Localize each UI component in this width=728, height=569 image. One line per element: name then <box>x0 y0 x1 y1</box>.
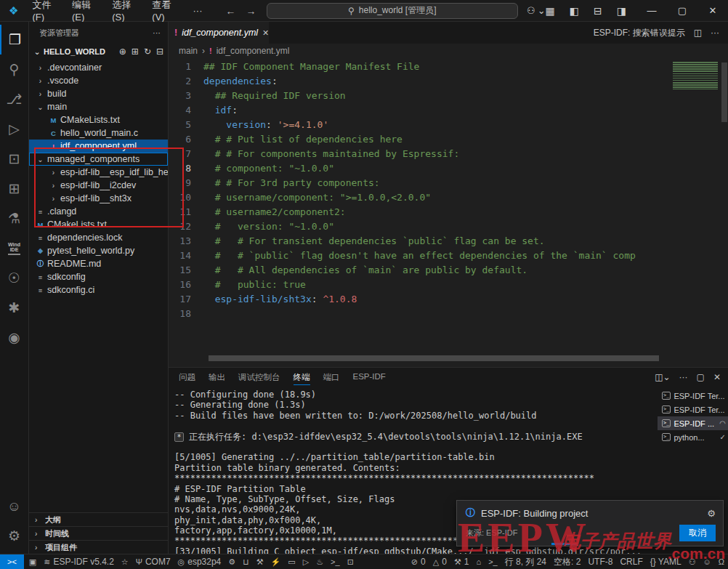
sidebar-section-大纲[interactable]: ›大纲 <box>29 512 168 526</box>
esp-idf-explorer-icon[interactable]: ◉ <box>0 323 29 352</box>
flash-icon[interactable]: ⚡ <box>267 554 285 569</box>
feedback-icon[interactable]: ☺ <box>700 554 715 569</box>
menu-item[interactable]: 文件(F) <box>25 0 65 23</box>
maximize-button[interactable]: ▢ <box>667 0 697 22</box>
settings-icon[interactable]: ⚙ <box>225 554 239 569</box>
menubar-more[interactable]: ··· <box>186 5 210 16</box>
code-line[interactable]: 13 # # For transient dependencies `publi… <box>169 234 728 249</box>
panel-tab[interactable]: 端口 <box>323 368 340 387</box>
terminal-list-item[interactable]: >_python...✓ <box>658 430 728 444</box>
search-icon[interactable]: ⚲ <box>0 55 29 84</box>
code-line[interactable]: 15 # # All dependencies of `main` are pu… <box>169 263 728 278</box>
tree-item[interactable]: ⌄main <box>29 100 168 113</box>
tree-item[interactable]: ›esp-idf-lib__i2cdev <box>29 179 168 192</box>
panel-tab[interactable]: 问题 <box>179 368 195 387</box>
panel-tab[interactable]: 终端 <box>294 368 310 387</box>
cursor-position[interactable]: 行 8, 列 24 <box>501 554 550 569</box>
accounts-icon[interactable]: ☺ <box>0 491 29 521</box>
minimap[interactable] <box>673 62 718 89</box>
tab-idf-component-yml[interactable]: ! idf_component.yml ✕ <box>169 22 269 44</box>
code-line[interactable]: 16 # public: true <box>169 278 728 292</box>
menu-item[interactable]: 选择(S) <box>105 0 145 23</box>
eol-sequence[interactable]: CRLF <box>616 554 646 569</box>
breadcrumb-file[interactable]: idf_component.yml <box>217 46 290 56</box>
panel-tab[interactable]: 调试控制台 <box>238 368 280 387</box>
tree-item[interactable]: ›build <box>29 87 168 100</box>
code-line[interactable]: 14 # # `public` flag doesn't have an eff… <box>169 249 728 263</box>
refresh-icon[interactable]: ↻ <box>144 47 151 57</box>
tree-item[interactable]: ≡dependencies.lock <box>29 231 168 244</box>
debug-icon[interactable]: ▷ <box>299 554 312 569</box>
code-line[interactable]: 10 # username/component: ">=1.0.0,<2.0.0… <box>169 190 728 205</box>
menu-item[interactable]: 查看(V) <box>145 0 185 23</box>
settings-gear-icon[interactable]: ⚙ <box>0 521 29 551</box>
horizontal-scrollbar[interactable] <box>209 355 659 361</box>
remote-indicator[interactable]: >< <box>0 554 24 569</box>
terminal-list-item[interactable]: >_ESP-IDF Ter... <box>658 403 728 416</box>
sidebar-more-icon[interactable]: ··· <box>153 28 161 37</box>
wind-ide-icon[interactable]: WindIDE <box>0 233 29 263</box>
vertical-scrollbar[interactable] <box>721 62 727 122</box>
customize-layout-icon[interactable]: ▦ <box>546 5 555 17</box>
terminal-list-item[interactable]: >_ESP-IDF Ter... <box>658 389 728 403</box>
bug-assistant-icon[interactable]: ☉ <box>0 263 29 293</box>
code-line[interactable]: 2dependencies: <box>169 74 728 89</box>
star-icon[interactable]: ☆ <box>118 554 132 569</box>
code-line[interactable]: 5 version: '>=4.1.0' <box>169 118 728 132</box>
close-icon[interactable]: ✕ <box>262 28 269 38</box>
code-line[interactable]: 6 # # Put list of dependencies here <box>169 132 728 147</box>
panel-layout-icon[interactable]: ◫⌄ <box>655 372 670 382</box>
encoding[interactable]: UTF-8 <box>584 554 616 569</box>
explorer-icon[interactable]: ❐ <box>0 25 29 55</box>
panel-tab[interactable]: 输出 <box>209 368 225 387</box>
tree-item[interactable]: ›.vscode <box>29 74 168 87</box>
editor-more-icon[interactable]: ··· <box>711 28 719 38</box>
code-line[interactable]: 17 esp-idf-lib/sht3x: ^1.0.8 <box>169 292 728 307</box>
copilot-status-icon[interactable]: ⚇ <box>685 554 700 569</box>
home-icon[interactable]: ⌂ <box>472 554 485 569</box>
code-line[interactable]: 1## IDF Component Manager Manifest File <box>169 60 728 74</box>
code-line[interactable]: 11 # username2/component2: <box>169 205 728 219</box>
tree-item[interactable]: ›esp-idf-lib__esp_idf_lib_helpers <box>29 166 168 179</box>
indentation[interactable]: 空格: 2 <box>550 554 584 569</box>
code-line[interactable]: 12 # version: "~1.0.0" <box>169 219 728 234</box>
tree-item[interactable]: ≡sdkconfig.ci <box>29 283 168 296</box>
toggle-primary-sidebar-icon[interactable]: ◧ <box>570 5 579 17</box>
code-line[interactable]: 7 # # For components maintained by Espre… <box>169 147 728 161</box>
notification-settings-icon[interactable]: ⚙ <box>707 508 716 519</box>
tree-item[interactable]: ⌄managed_components <box>29 153 168 166</box>
esp-idf-version[interactable]: ≋ESP-IDF v5.4.2 <box>40 554 118 569</box>
code-editor[interactable]: 1## IDF Component Manager Manifest File2… <box>169 58 728 367</box>
nav-back-icon[interactable]: ← <box>226 5 236 17</box>
sidebar-section-项目组件[interactable]: ›项目组件 <box>29 540 168 554</box>
command-center-search[interactable]: ⚲ hello_world [管理员] <box>267 3 519 19</box>
cancel-button[interactable]: 取消 <box>679 525 716 541</box>
breadcrumb-folder[interactable]: main <box>179 46 198 56</box>
workspace-section-header[interactable]: ⌄ HELLO_WORLD ⊕⊞↻⊟ <box>29 44 168 60</box>
testing-icon[interactable]: ⚗ <box>0 203 29 233</box>
tree-item[interactable]: ❖pytest_hello_world.py <box>29 244 168 257</box>
terminal-icon[interactable]: >_ <box>327 554 344 569</box>
tree-item[interactable]: ›esp-idf-lib__sht3x <box>29 192 168 205</box>
terminal-list-item[interactable]: >_ESP-IDF ...◠ <box>658 416 728 430</box>
nav-forward-icon[interactable]: → <box>246 5 256 17</box>
remote-explorer-icon[interactable]: ⊡ <box>0 144 29 174</box>
code-line[interactable]: 8 # component: "~1.0.0" <box>169 161 728 176</box>
code-line[interactable]: 3 ## Required IDF version <box>169 89 728 103</box>
errors-count[interactable]: ⊘0 <box>408 554 429 569</box>
third-party-tool-icon[interactable]: ✱ <box>0 293 29 323</box>
notifications-bell-icon[interactable]: Ω <box>715 554 728 569</box>
new-folder-icon[interactable]: ⊞ <box>132 47 139 57</box>
terminal-status-icon[interactable]: >_ <box>485 554 501 569</box>
tree-item[interactable]: MCMakeLists.txt <box>29 113 168 126</box>
tasks-count[interactable]: ⚒1 <box>450 554 473 569</box>
collapse-folders-icon[interactable]: ⊟ <box>156 47 163 57</box>
source-control-icon[interactable]: ⎇ <box>0 84 29 114</box>
panel-tab[interactable]: ESP-IDF <box>353 368 386 387</box>
tree-item[interactable]: !idf_component.yml <box>29 140 168 153</box>
flash-app-icon[interactable]: ♨ <box>312 554 327 569</box>
qemu-icon[interactable]: ⊡ <box>344 554 357 569</box>
code-line[interactable]: 4 idf: <box>169 103 728 118</box>
monitor-icon[interactable]: ▭ <box>284 554 299 569</box>
device-target[interactable]: ◎esp32p4 <box>174 554 225 569</box>
